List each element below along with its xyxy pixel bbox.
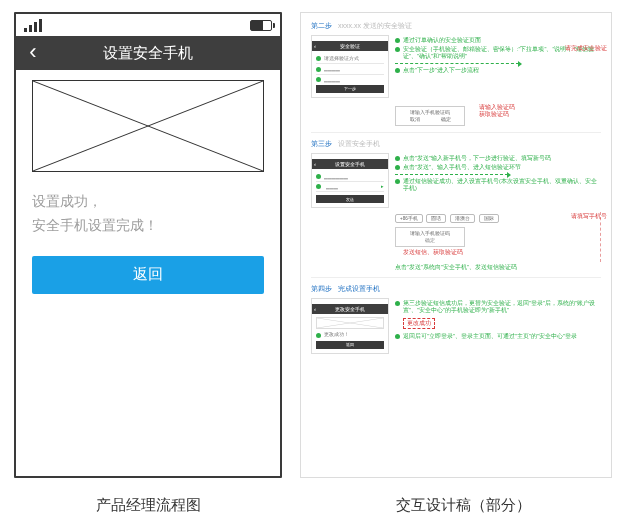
note-text: 点击"下一步"进入下一步流程 [403,67,479,74]
note-text: 返回后可"立即登录"、登录主页面、可通过"主页"的"安全中心"登录 [403,333,577,340]
pill-option: 国际 [479,214,499,223]
success-line-1: 设置成功， [32,190,264,214]
page-title: 设置安全手机 [16,44,280,63]
mini-send-button: 发送 [316,195,384,203]
spec-block-2: ‹ 设置安全手机 ▁▁▁▁▁▁ ▁▁▁▸ 发送 点击"发送"输入新手机号，下一步… [311,153,601,208]
flow-arrow-icon [395,174,508,175]
mini-list-label: 请选择验证方式 [324,56,359,61]
mini-phone-1: ‹ 安全验证 请选择验证方式 ▁▁▁▁ ▁▁▁▁ 下一步 [311,35,389,98]
error-annotation: 更改成功 [403,318,435,329]
mini-success-label: 更改成功！ [324,332,349,337]
interaction-spec-panel: 第二步 xxxx.xx 发送的安全验证 ‹ 安全验证 请选择验证方式 ▁▁▁▁ … [300,12,612,478]
mini-phone-3: ‹ 更改安全手机 更改成功！ 返回 [311,298,389,353]
red-annotation: 发送短信、获取验证码 [403,249,594,256]
step-title: xxxx.xx 发送的安全验证 [338,22,412,29]
modal-text: 请输入手机验证码 [399,231,461,236]
note-text: 点击"发送"输入新手机号，下一步进行验证、填写新号码 [403,155,551,162]
title-bar: ‹ 设置安全手机 [16,36,280,70]
step-label: 第四步 [311,285,332,292]
error-annotation: 请填写手机号 [571,213,607,220]
note-text: 通过短信验证成功、进入设置手机号(本次设置安全手机、双重确认、安全手机) [403,178,601,192]
captions: 产品经理流程图 交互设计稿（部分） [0,496,640,515]
note-text: 点击"发送"、输入手机号、进入短信验证环节 [403,164,521,171]
note-text: 点击"发送"系统向"安全手机"、发送短信验证码 [395,264,517,271]
notes-3: 第三步验证短信成功后，更替为安全验证，返回"登录"后，系统的"账户设置"、"安全… [395,298,601,353]
note-text: 第三步验证短信成功后，更替为安全验证，返回"登录"后，系统的"账户设置"、"安全… [403,300,601,314]
mini-return-button: 返回 [316,341,384,349]
signal-icon [24,18,42,32]
caption-right: 交互设计稿（部分） [300,496,626,515]
step-label: 第三步 [311,140,332,147]
status-bar [16,14,280,36]
pill-option: 固话 [426,214,446,223]
image-placeholder [32,80,264,172]
battery-icon [250,20,272,31]
step-title: 设置安全手机 [338,140,380,147]
pill-option: +86手机 [395,214,423,223]
modal-text: 请输入手机验证码 [399,110,461,115]
back-chevron-icon[interactable]: ‹ [16,36,50,70]
phone-body: 设置成功， 安全手机设置完成！ 返回 [16,70,280,476]
back-button[interactable]: 返回 [32,256,264,294]
success-line-2: 安全手机设置完成！ [32,214,264,238]
mini-title-text: 设置安全手机 [335,161,365,167]
mini-modal-2: 请输入手机验证码 确定 [395,227,465,247]
chevron-left-icon: ‹ [312,43,316,49]
red-annotation: 请输入验证码获取验证码 [479,104,601,118]
success-message: 设置成功， 安全手机设置完成！ [32,190,264,238]
spec-heading-1: 第二步 xxxx.xx 发送的安全验证 [311,21,601,31]
error-annotation: 请完成安全验证 [565,45,607,52]
step-title: 完成设置手机 [338,285,380,292]
caption-left: 产品经理流程图 [14,496,282,515]
notes-2: 点击"发送"输入新手机号，下一步进行验证、填写新号码 点击"发送"、输入手机号、… [395,153,601,208]
mini-modal-1: 请输入手机验证码 取消 确定 [395,106,465,126]
mini-next-button: 下一步 [316,85,384,93]
mini-title-text: 更改安全手机 [335,306,365,312]
mini-phone-2: ‹ 设置安全手机 ▁▁▁▁▁▁ ▁▁▁▸ 发送 [311,153,389,208]
pill-group: +86手机 固话 港澳台 国际 [395,212,594,223]
step-label: 第二步 [311,22,332,29]
bullet-icon [316,56,321,61]
pill-option: 港澳台 [450,214,475,223]
spec-heading-2: 第三步 设置安全手机 [311,139,601,149]
mini-title-text: 安全验证 [340,43,360,49]
spec-heading-3: 第四步 完成设置手机 [311,284,601,294]
modal-ok: 确定 [441,117,451,122]
modal-cancel: 取消 [410,117,420,122]
spec-block-3: ‹ 更改安全手机 更改成功！ 返回 第三步验证短信成功后，更替为安全验证，返回"… [311,298,601,353]
spec-block-1: ‹ 安全验证 请选择验证方式 ▁▁▁▁ ▁▁▁▁ 下一步 通过订单确认的安全验证… [311,35,601,98]
note-text: 通过订单确认的安全验证页面 [403,37,481,44]
phone-wireframe: ‹ 设置安全手机 设置成功， 安全手机设置完成！ 返回 [14,12,282,478]
flow-arrow-icon [395,63,519,64]
back-button-label: 返回 [133,265,163,284]
